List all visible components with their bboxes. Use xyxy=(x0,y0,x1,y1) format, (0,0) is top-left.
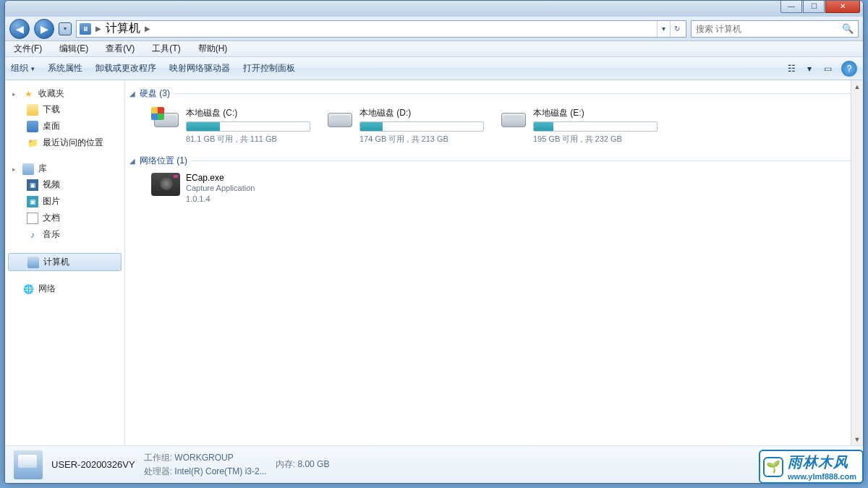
drive-name: 本地磁盘 (D:) xyxy=(359,107,484,119)
sidebar-computer[interactable]: 计算机 xyxy=(8,253,122,271)
scrollbar[interactable]: ▲ ▼ xyxy=(851,80,863,445)
refresh-button[interactable]: ↻ xyxy=(670,21,683,37)
network-app-item[interactable]: ECap.exe Capture Application 1.0.1.4 xyxy=(129,170,856,205)
search-input[interactable] xyxy=(696,24,842,34)
close-button[interactable]: ✕ xyxy=(825,0,860,13)
menu-edit[interactable]: 编辑(E) xyxy=(56,41,91,56)
computer-name: USER-20200326VY xyxy=(51,459,135,470)
computer-icon: 🖥 xyxy=(80,23,91,35)
content-pane: ◢硬盘 (3) 本地磁盘 (C:) 81.1 GB 可用 , 共 111 GB … xyxy=(125,80,863,445)
group-hard-drives[interactable]: ◢硬盘 (3) xyxy=(129,85,856,103)
watermark-url: www.ylmf888.com xyxy=(788,472,856,481)
sidebar-favorites[interactable]: ▸★收藏夹 xyxy=(5,86,124,101)
maximize-button[interactable]: ☐ xyxy=(803,0,825,13)
camera-icon xyxy=(151,173,180,196)
capacity-bar xyxy=(533,121,658,132)
breadcrumb-sep-icon[interactable]: ▶ xyxy=(145,25,150,33)
drive-name: 本地磁盘 (E:) xyxy=(533,107,658,119)
sidebar-documents[interactable]: 文档 xyxy=(5,210,124,226)
drive-item[interactable]: 本地磁盘 (C:) 81.1 GB 可用 , 共 111 GB xyxy=(151,107,310,145)
menubar: 文件(F) 编辑(E) 查看(V) 工具(T) 帮助(H) xyxy=(5,41,863,57)
breadcrumb-sep-icon: ▶ xyxy=(95,25,101,33)
titlebar: — ☐ ✕ xyxy=(5,1,863,17)
drive-item[interactable]: 本地磁盘 (E:) 195 GB 可用 , 共 232 GB xyxy=(498,107,658,145)
search-icon[interactable]: 🔍 xyxy=(842,23,854,34)
menu-view[interactable]: 查看(V) xyxy=(103,41,137,56)
drive-stat: 195 GB 可用 , 共 232 GB xyxy=(533,134,658,145)
back-button[interactable]: ◀ xyxy=(9,19,30,39)
sidebar-recent[interactable]: 📁最近访问的位置 xyxy=(5,134,124,151)
capacity-bar xyxy=(186,121,310,132)
nav-toolbar: ◀ ▶ ▾ 🖥 ▶ 计算机 ▶ ▾ ↻ 🔍 xyxy=(5,17,863,41)
drive-stat: 81.1 GB 可用 , 共 111 GB xyxy=(186,134,310,145)
command-bar: 组织 系统属性 卸载或更改程序 映射网络驱动器 打开控制面板 ☷ ▾ ▭ ? xyxy=(5,57,863,80)
drive-item[interactable]: 本地磁盘 (D:) 174 GB 可用 , 共 213 GB xyxy=(325,107,484,145)
workgroup-value: WORKGROUP xyxy=(174,453,233,463)
memory-value: 8.00 GB xyxy=(297,459,329,469)
group-network-location[interactable]: ◢网络位置 (1) xyxy=(129,152,856,170)
sidebar-network[interactable]: 🌐网络 xyxy=(5,281,124,296)
leaf-icon: 🌱 xyxy=(763,457,783,477)
organize-button[interactable]: 组织 xyxy=(11,62,35,74)
netapp-name: ECap.exe xyxy=(186,173,255,183)
drive-stat: 174 GB 可用 , 共 213 GB xyxy=(359,134,484,145)
sidebar-music[interactable]: ♪音乐 xyxy=(5,226,124,243)
drive-icon xyxy=(498,107,527,130)
forward-button[interactable]: ▶ xyxy=(34,19,54,39)
system-properties-button[interactable]: 系统属性 xyxy=(48,62,82,74)
help-icon[interactable]: ? xyxy=(841,61,857,77)
search-box[interactable]: 🔍 xyxy=(691,20,859,38)
scroll-down-icon[interactable]: ▼ xyxy=(851,433,863,445)
history-dropdown[interactable]: ▾ xyxy=(59,22,72,35)
cpu-value: Intel(R) Core(TM) i3-2... xyxy=(174,466,266,476)
view-options-icon[interactable]: ☷ xyxy=(783,61,799,77)
menu-tools[interactable]: 工具(T) xyxy=(149,41,183,56)
breadcrumb-computer[interactable]: 计算机 xyxy=(106,21,140,36)
open-control-panel-button[interactable]: 打开控制面板 xyxy=(243,62,295,74)
explorer-window: — ☐ ✕ ◀ ▶ ▾ 🖥 ▶ 计算机 ▶ ▾ ↻ 🔍 文件(F) 编辑(E) … xyxy=(4,0,864,484)
watermark: 🌱 雨林木风 www.ylmf888.com xyxy=(759,450,864,484)
address-bar[interactable]: 🖥 ▶ 计算机 ▶ ▾ ↻ xyxy=(76,20,686,38)
menu-help[interactable]: 帮助(H) xyxy=(195,41,231,56)
sidebar-downloads[interactable]: 下载 xyxy=(5,101,124,118)
netapp-version: 1.0.1.4 xyxy=(186,194,255,205)
sidebar-pictures[interactable]: ▣图片 xyxy=(5,193,124,210)
preview-pane-icon[interactable]: ▭ xyxy=(820,61,835,77)
uninstall-programs-button[interactable]: 卸载或更改程序 xyxy=(95,62,156,74)
map-network-drive-button[interactable]: 映射网络驱动器 xyxy=(169,62,230,74)
drive-name: 本地磁盘 (C:) xyxy=(186,107,310,119)
scroll-up-icon[interactable]: ▲ xyxy=(851,80,863,93)
navigation-pane: ▸★收藏夹 下载 桌面 📁最近访问的位置 ▸库 ▣视频 ▣图片 文档 ♪音乐 计… xyxy=(5,80,125,445)
sidebar-desktop[interactable]: 桌面 xyxy=(5,118,124,134)
drive-icon xyxy=(151,107,180,130)
address-dropdown[interactable]: ▾ xyxy=(657,21,670,37)
netapp-desc: Capture Application xyxy=(186,183,255,194)
watermark-brand: 雨林木风 xyxy=(788,453,856,472)
computer-large-icon xyxy=(14,450,43,479)
minimize-button[interactable]: — xyxy=(780,0,802,13)
sidebar-videos[interactable]: ▣视频 xyxy=(5,176,124,193)
details-pane: USER-20200326VY 工作组: WORKGROUP 处理器: Inte… xyxy=(5,445,863,483)
drive-icon xyxy=(325,107,354,130)
view-options-dropdown[interactable]: ▾ xyxy=(805,61,814,77)
menu-file[interactable]: 文件(F) xyxy=(11,41,45,56)
sidebar-libraries[interactable]: ▸库 xyxy=(5,161,124,176)
capacity-bar xyxy=(359,121,484,132)
